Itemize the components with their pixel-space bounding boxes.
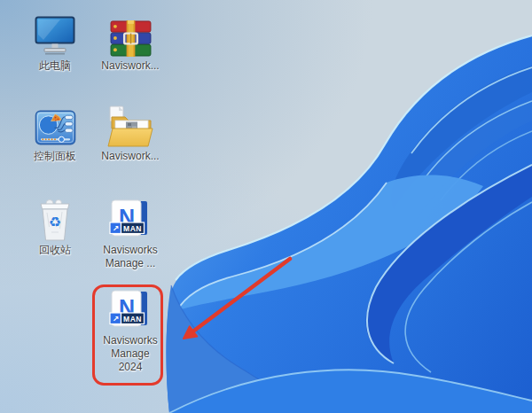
man-badge-label: MAN [123,315,142,323]
label-line-2: Manage [90,347,170,361]
shortcut-arrow-icon: ↗ [112,224,119,233]
folder-icon-box [107,103,153,147]
this-pc-icon [35,12,75,57]
monitor-icon [35,16,75,57]
folder-icon [107,105,153,147]
navisworks-app-icon: N ↗ MAN [109,199,152,241]
recycle-bin-icon-box: ♻ [39,197,71,241]
desktop: 此电脑 Naviswork... [0,0,532,413]
control-panel-icon-box [35,103,76,147]
recycle-bin-icon: ♻ [39,199,71,241]
navisworks-icon-box-1: N ↗ MAN [109,197,152,241]
label-line-1: Navisworks [90,244,170,257]
desktop-icon-control-panel[interactable]: 控制面板 [18,103,92,163]
desktop-icon-navisworks-folder[interactable]: Naviswork... [93,103,168,163]
icon-label-folder: Naviswork... [90,150,170,163]
icon-label-recycle-bin: 回收站 [15,244,95,257]
icon-label-archive: Naviswork... [90,59,170,73]
recycle-symbol: ♻ [49,214,61,230]
archive-icon-box [110,12,152,57]
icon-label-navisworks-trial: Navisworks Manage ... [90,244,170,270]
icon-label-navisworks-2024: Navisworks Manage 2024 [90,334,170,374]
icon-label-control-panel: 控制面板 [15,150,95,163]
desktop-icon-navisworks-manage-trial[interactable]: N ↗ MAN Navisworks Manage ... [93,197,168,270]
label-line-1: Navisworks [90,334,170,347]
label-line-2: Manage ... [90,257,170,270]
shortcut-arrow-icon: ↗ [112,315,119,323]
icon-label-this-pc: 此电脑 [15,59,95,73]
control-panel-icon [35,108,76,147]
navisworks-app-icon: N ↗ MAN [109,289,152,331]
winrar-archive-icon [110,20,152,57]
man-badge-label: MAN [123,224,142,233]
desktop-icon-navisworks-manage-2024[interactable]: N ↗ MAN Navisworks Manage 2024 [93,287,168,374]
navisworks-icon-box-2: N ↗ MAN [109,287,152,331]
desktop-icon-navisworks-archive[interactable]: Naviswork... [93,12,168,73]
desktop-icon-recycle-bin[interactable]: ♻ 回收站 [18,197,92,257]
desktop-icon-this-pc[interactable]: 此电脑 [18,12,92,73]
label-line-3: 2024 [90,361,170,374]
